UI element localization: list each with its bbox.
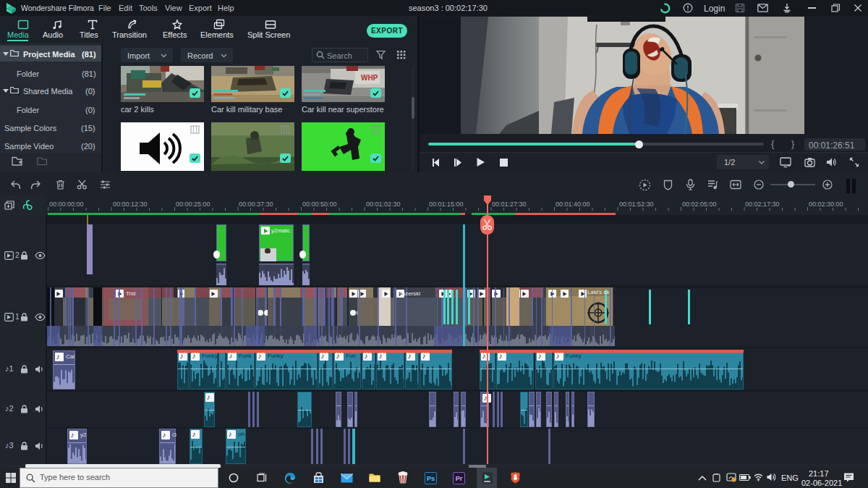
svg-text:WHP: WHP [361,74,378,82]
